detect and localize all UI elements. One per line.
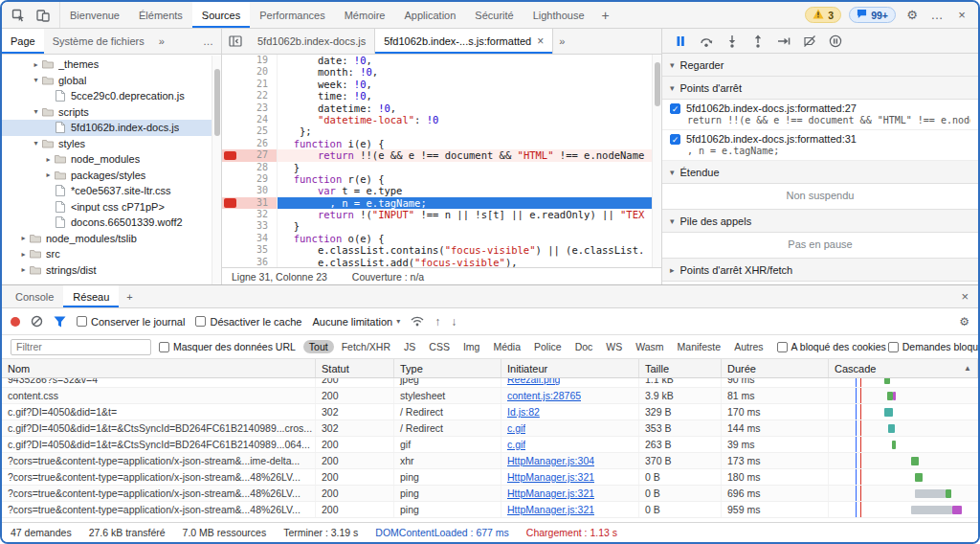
column-header-type[interactable]: Type [394,359,501,377]
column-header-statut[interactable]: Statut [316,359,394,377]
device-toolbar-icon[interactable] [34,7,52,24]
network-conditions-icon[interactable] [411,316,424,327]
tree-folder-node-modules[interactable]: ▸node_modules [2,151,221,168]
checkbox-a-bloque-des-cookies[interactable]: A bloqué des cookies [777,341,886,352]
editor-scrollbar[interactable] [652,55,661,267]
more-menu-icon[interactable]: … [928,7,946,24]
tree-file-docons-66501339-woff2[interactable]: docons.66501339.woff2 [2,215,221,231]
code-line-31[interactable]: 31 , n = e.tagName; [222,197,661,209]
code-line-26[interactable]: 26 function i(e) { [222,138,661,149]
filter-pill-img[interactable]: Img [457,340,486,353]
code-line-22[interactable]: 22 time: !0, [222,90,661,102]
network-row[interactable]: ?cors=true&content-type=application/x-js… [2,453,978,469]
tab-bienvenue[interactable]: Bienvenue [60,2,129,28]
code-editor[interactable]: 19 date: !0,20 month: !0,21 week: !0,22 … [222,55,661,267]
initiator-link[interactable]: c.gif [507,439,525,450]
code-line-23[interactable]: 23 datetime: !0, [222,102,661,114]
editor-tab-5fd1062b-index-s-js-formatted[interactable]: 5fd1062b.index-...s.js:formatted× [375,29,553,54]
close-drawer-icon[interactable]: × [951,285,978,307]
filter-pill-css[interactable]: CSS [423,340,456,353]
code-line-36[interactable]: 36 e.classList.add("focus-visible"), [222,257,661,267]
code-line-27[interactable]: 27 return !!(e && e !== document && "HTM… [222,149,661,161]
more-tabs-button[interactable]: + [594,2,617,28]
filter-pill-doc[interactable]: Doc [569,340,599,353]
invert-filter-checkbox[interactable]: Masquer des données URL [159,341,296,352]
tree-scrollbar[interactable] [212,56,221,284]
export-har-icon[interactable]: ↓ [451,315,457,329]
filter-pill-manifeste[interactable]: Manifeste [672,340,727,353]
code-line-24[interactable]: 24 "datetime-local": !0 [222,114,661,125]
code-line-20[interactable]: 20 month: !0, [222,66,661,78]
network-row[interactable]: ?cors=true&content-type=application/x-js… [2,486,978,502]
tree-folder-node-modules-tslib[interactable]: ▸node_modules/tslib [2,231,221,247]
navigator-tab-page[interactable]: Page [2,29,44,54]
pause-icon[interactable] [674,34,687,48]
disable-cache-checkbox[interactable]: Désactiver le cache [195,316,301,328]
import-har-icon[interactable]: ↑ [434,315,440,329]
column-header-taille[interactable]: Taille [639,359,722,377]
tab-elements[interactable]: Éléments [129,2,192,28]
section-scope[interactable]: ▾ Étendue [662,161,978,184]
pause-on-exceptions-icon[interactable] [829,34,842,48]
deactivate-breakpoints-icon[interactable] [803,34,816,48]
breakpoint-entry[interactable]: ✓5fd1062b.index-docs.js:formatted:31, n … [662,130,978,161]
code-line-21[interactable]: 21 week: !0, [222,79,661,90]
drawer-tab-reseau[interactable]: Réseau [63,285,119,307]
network-settings-gear-icon[interactable]: ⚙ [959,315,969,329]
initiator-link[interactable]: HttpManager.js:321 [507,504,594,515]
clear-icon[interactable] [31,315,43,328]
filter-input[interactable] [11,339,151,355]
throttling-select[interactable]: Aucune limitation ▾ [312,316,400,328]
tree-folder-src[interactable]: ▸src [2,246,221,262]
drawer-tab-console[interactable]: Console [6,285,63,307]
code-line-28[interactable]: 28 } [222,162,661,173]
network-row[interactable]: ?cors=true&content-type=application/x-js… [2,502,978,518]
tree-folder-styles[interactable]: ▾styles [2,136,221,152]
checkbox-demandes-bloquees[interactable]: Demandes bloquées [888,341,980,352]
filter-pill-wasm[interactable]: Wasm [630,340,669,353]
navigator-tab-overflow-chevron[interactable]: » [153,29,170,54]
tree-folder-themes[interactable]: ▸_themes [2,57,221,73]
initiator-link[interactable]: Id.js:82 [507,406,540,418]
checkbox-checked-icon[interactable]: ✓ [670,134,680,145]
add-drawer-tab-icon[interactable]: + [119,285,140,307]
toggle-navigator-icon[interactable] [222,29,249,54]
column-header-duree[interactable]: Durée [722,359,829,377]
navigator-tab-systeme-de-fichiers[interactable]: Système de fichiers [44,29,153,54]
initiator-link[interactable]: HttpManager.js:321 [507,487,594,499]
step-icon[interactable] [777,34,791,48]
filter-pill-autres[interactable]: Autres [728,340,768,353]
code-line-35[interactable]: 35 e.classList.contains("focus-visible")… [222,244,661,256]
code-line-34[interactable]: 34 function o(e) { [222,233,661,244]
tree-file-5fd1062b-index-docs-js[interactable]: 5fd1062b.index-docs.js [2,120,221,136]
section-callstack[interactable]: ▾ Pile des appels [662,210,978,233]
tab-sources[interactable]: Sources [192,2,250,28]
close-tab-icon[interactable]: × [537,34,544,48]
tab-lighthouse[interactable]: Lighthouse [523,2,594,28]
code-line-29[interactable]: 29 function r(e) { [222,173,661,185]
filter-icon[interactable] [54,316,66,328]
tab-performances[interactable]: Performances [250,2,334,28]
network-row[interactable]: content.css200stylesheetcontent.js:28765… [2,388,978,404]
tree-folder-packages-styles[interactable]: ▸packages/styles [2,168,221,184]
editor-tab-overflow-chevron[interactable]: » [553,29,570,54]
network-row[interactable]: c.gif?DI=4050&did=1&t=302/ RedirectId.js… [2,404,978,420]
step-into-icon[interactable] [725,34,739,48]
record-button[interactable] [11,317,20,327]
column-header-cascade[interactable]: Cascade▲ [829,359,978,377]
network-row[interactable]: c.gif?DI=4050&did=1&t=&CtsSyncId=BD264FC… [2,437,978,453]
tree-folder-global[interactable]: ▾global [2,73,221,89]
tree-file-5cce29c0-deprecation-js[interactable]: 5cce29c0.deprecation.js [2,88,221,104]
code-line-19[interactable]: 19 date: !0, [222,55,661,66]
code-line-25[interactable]: 25 }; [222,125,661,137]
section-watch[interactable]: ▾ Regarder [662,54,978,77]
breakpoint-marker[interactable]: 27 [222,149,278,161]
feedback-badge[interactable]: 99+ [849,7,896,23]
tree-file-ce0e5637-site-ltr-css[interactable]: *ce0e5637.site-ltr.css [2,183,221,199]
tab-securite[interactable]: Sécurité [465,2,523,28]
step-out-icon[interactable] [751,34,765,48]
column-header-initiateur[interactable]: Initiateur [501,359,639,377]
filter-pill-police[interactable]: Police [528,340,568,353]
tab-application[interactable]: Application [395,2,466,28]
column-header-nom[interactable]: Nom [2,359,316,377]
